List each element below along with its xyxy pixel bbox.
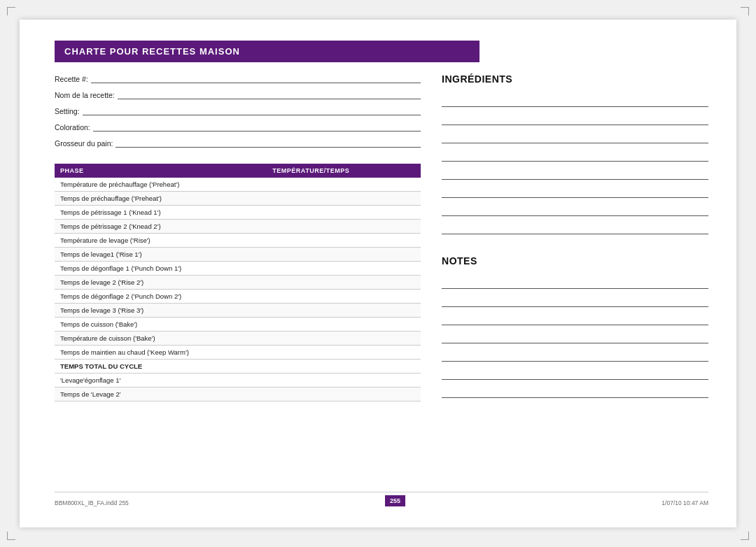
footer: BBM800XL_IB_FA.indd 255 255 1/07/10 10:4… [55,492,708,506]
cell-temp [267,276,421,290]
header-bar: CHARTE POUR RECETTES MAISON [55,41,479,62]
table-row: Temps de dégonflage 2 ('Punch Down 2') [55,290,421,304]
cell-phase: Temps de 'Levage 2' [55,388,267,402]
ingredient-line [442,201,708,216]
cell-phase: Temps de dégonflage 2 ('Punch Down 2') [55,290,267,304]
notes-line [442,292,708,307]
label-coloration: Coloration: [55,123,90,132]
notes-line [442,364,708,380]
table-row: Temps de levage 3 ('Rise 3') [55,304,421,318]
field-row-grosseur: Grosseur du pain: [55,138,421,148]
cell-temp [267,318,421,332]
cell-temp [267,178,421,192]
ingredient-line [442,146,708,162]
cell-temp [267,304,421,318]
cell-temp [267,206,421,220]
col-phase: PHASE [55,164,267,178]
cell-temp [267,360,421,374]
notes-section: NOTES [442,255,708,401]
header-title: CHARTE POUR RECETTES MAISON [64,46,240,57]
ingredient-lines [442,92,708,237]
table-row: Temps de 'Levage 2' [55,388,421,402]
col-temp: TEMPÉRATURE/TEMPS [267,164,421,178]
cell-phase: Temps de dégonflage 1 ('Punch Down 1') [55,262,267,276]
footer-right: 1/07/10 10:47 AM [662,499,708,506]
cell-phase: Temps de préchauffage ('Preheat') [55,192,267,206]
cell-temp [267,220,421,234]
table-row: Temps de pétrissage 2 ('Knead 2') [55,220,421,234]
ingredient-line [442,128,708,143]
table-row: TEMPS TOTAL DU CYCLE [55,360,421,374]
table-row: Température de cuisson ('Bake') [55,332,421,346]
cell-phase: TEMPS TOTAL DU CYCLE [55,360,267,374]
field-row-recette: Recette #: [55,73,421,83]
cell-phase: Température de levage ('Rise') [55,234,267,248]
corner-tr [741,7,749,15]
table-row: Temps de cuisson ('Bake') [55,318,421,332]
ingredient-line [442,92,708,107]
table-row: Temps de préchauffage ('Preheat') [55,192,421,206]
page-number: 255 [385,495,405,506]
ingredient-line [442,110,708,125]
cell-phase: Temps de maintien au chaud ('Keep Warm') [55,346,267,360]
table-header-row: PHASE TEMPÉRATURE/TEMPS [55,164,421,178]
notes-line [442,346,708,362]
cell-temp [267,248,421,262]
cell-temp [267,346,421,360]
cell-temp [267,192,421,206]
label-setting: Setting: [55,107,80,115]
table-row: Temps de levage1 ('Rise 1') [55,248,421,262]
label-grosseur: Grosseur du pain: [55,139,113,148]
field-row-nom: Nom de la recette: [55,90,421,99]
line-nom [118,90,421,99]
line-setting [83,106,421,115]
notes-line [442,383,708,398]
label-recette: Recette #: [55,75,88,83]
ingredient-line [442,164,708,180]
cell-temp [267,234,421,248]
notes-title: NOTES [442,255,708,267]
corner-bl [7,532,15,540]
field-row-coloration: Coloration: [55,122,421,132]
footer-left: BBM800XL_IB_FA.indd 255 [55,499,129,506]
table-row: Temps de maintien au chaud ('Keep Warm') [55,346,421,360]
table-row: Temps de levage 2 ('Rise 2') [55,276,421,290]
label-nom: Nom de la recette: [55,91,115,99]
main-content: Recette #: Nom de la recette: Setting: C… [55,73,708,488]
line-recette [91,73,421,83]
field-row-setting: Setting: [55,106,421,115]
cell-phase: Température de préchauffage ('Preheat') [55,178,267,192]
notes-lines [442,274,708,398]
cell-phase: Température de cuisson ('Bake') [55,332,267,346]
page: CHARTE POUR RECETTES MAISON Recette #: N… [20,20,736,527]
cell-phase: Temps de pétrissage 2 ('Knead 2') [55,220,267,234]
table-row: 'Levage'égonflage 1' [55,374,421,388]
corner-tl [7,7,15,15]
cell-temp [267,388,421,402]
cell-temp [267,332,421,346]
line-coloration [93,122,421,132]
phase-table: PHASE TEMPÉRATURE/TEMPS Température de p… [55,164,421,402]
cell-phase: Temps de pétrissage 1 ('Knead 1') [55,206,267,220]
ingredient-line [442,183,708,198]
cell-phase: Temps de cuisson ('Bake') [55,318,267,332]
table-row: Temps de pétrissage 1 ('Knead 1') [55,206,421,220]
table-row: Temps de dégonflage 1 ('Punch Down 1') [55,262,421,276]
notes-line [442,274,708,289]
ingredients-title: INGRÉDIENTS [442,73,708,85]
notes-line [442,328,708,343]
left-column: Recette #: Nom de la recette: Setting: C… [55,73,421,488]
table-row: Température de levage ('Rise') [55,234,421,248]
cell-phase: Temps de levage 2 ('Rise 2') [55,276,267,290]
corner-br [741,532,749,540]
cell-temp [267,290,421,304]
line-grosseur [115,138,421,148]
form-fields: Recette #: Nom de la recette: Setting: C… [55,73,421,154]
cell-phase: 'Levage'égonflage 1' [55,374,267,388]
table-row: Température de préchauffage ('Preheat') [55,178,421,192]
right-column: INGRÉDIENTS NOTES [442,73,708,488]
cell-phase: Temps de levage1 ('Rise 1') [55,248,267,262]
cell-temp [267,374,421,388]
ingredient-line [442,219,708,234]
cell-phase: Temps de levage 3 ('Rise 3') [55,304,267,318]
